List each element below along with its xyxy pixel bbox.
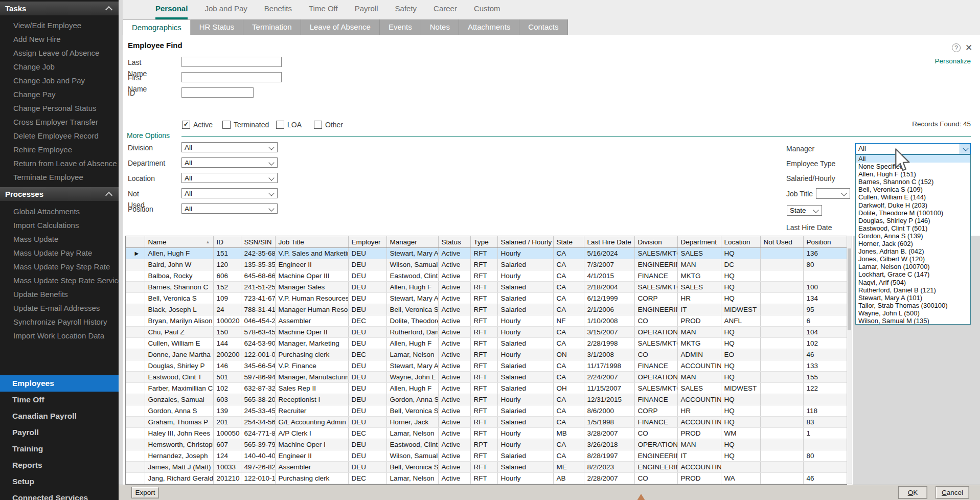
sidebar-item-view-edit-employee[interactable]: View/Edit Employee [0,18,119,32]
table-row[interactable]: Graham, Thomas P201254-34-5678G/L Accoun… [126,417,847,428]
sidebar-nav-employees[interactable]: Employees [0,375,119,392]
manager-option[interactable]: Jones, Gilbert W (120) [856,255,970,263]
checkbox-other[interactable]: Other [314,121,343,129]
sidebar-nav-reports[interactable]: Reports [0,457,119,473]
sidebar-item-change-personal-status[interactable]: Change Personal Status [0,101,119,115]
last-name-input[interactable] [181,57,282,67]
tab-custom[interactable]: Custom [474,0,500,19]
tasks-section-header[interactable]: Tasks [0,2,119,15]
table-row[interactable]: Chu, Paul Z150578-63-4539Machine Oper II… [126,327,847,338]
export-button[interactable]: Export [131,487,159,498]
subtab-attachments[interactable]: Attachments [459,19,519,35]
table-row[interactable]: Gordon, Anna S139245-33-4525RecruiterDEU… [126,405,847,417]
not-used-combo[interactable]: All [181,188,278,198]
help-icon[interactable]: ? [952,43,961,52]
manager-option[interactable]: Dolite, Theodore M (100100) [856,209,970,217]
sidebar-item-update-benefits[interactable]: Update Benefits [0,287,119,301]
subtab-contacts[interactable]: Contacts [519,19,567,35]
table-row[interactable]: Hemsworth, Christopher607565-39-7997Mach… [126,439,847,450]
subtab-demographics[interactable]: Demographics [123,19,191,35]
subtab-events[interactable]: Events [380,19,421,35]
manager-option[interactable]: All [856,155,970,163]
sidebar-nav-payroll[interactable]: Payroll [0,424,119,441]
sidebar-item-return-from-leave-of-absence[interactable]: Return from Leave of Absence [0,156,119,170]
manager-option[interactable]: Stewart, Mary A (101) [856,294,970,302]
subtab-leave-of-absence[interactable]: Leave of Absence [301,19,380,35]
manager-combo[interactable]: All [855,143,971,154]
ok-button[interactable]: OK [898,486,927,499]
table-row[interactable]: Gonzales, Samual603565-38-2008Receptioni… [126,394,847,405]
checkbox-loa[interactable]: LOA [276,121,302,129]
table-row[interactable]: Baird, John W120135-35-3535Engineer IIDE… [126,259,847,270]
tab-time-off[interactable]: Time Off [309,0,338,19]
position-combo[interactable]: All [181,203,278,214]
sidebar-item-change-job[interactable]: Change Job [0,60,119,74]
table-row[interactable]: Douglas, Shirley P146345-66-5436V.P. Fin… [126,360,847,372]
job-title-combo[interactable] [816,188,850,199]
manager-option[interactable]: Wayne, John L (500) [856,309,970,317]
subtab-notes[interactable]: Notes [421,19,459,35]
sidebar-nav-setup[interactable]: Setup [0,473,119,490]
sidebar-item-assign-leave-of-absence[interactable]: Assign Leave of Absence [0,46,119,60]
sidebar-item-global-attachments[interactable]: Global Attachments [0,204,119,218]
sidebar-item-import-work-location-data[interactable]: Import Work Location Data [0,329,119,343]
sidebar-item-rehire-employee[interactable]: Rehire Employee [0,143,119,156]
table-row[interactable]: Eastwood, Clint T501597-86-9489Manager, … [126,372,847,383]
sidebar-nav-connected-services[interactable]: Connected Services [0,490,119,500]
first-name-input[interactable] [181,72,282,82]
manager-option[interactable]: Tailor, Strab Thomas (300100) [856,302,970,309]
manager-option[interactable]: Eastwood, Clint T (501) [856,224,970,232]
table-scrollbar-thumb[interactable] [848,248,851,330]
table-scrollbar[interactable] [847,236,852,484]
manager-option[interactable]: Bell, Veronica S (109) [856,186,970,193]
division-combo[interactable]: All [181,142,278,152]
column-header-state[interactable]: State [553,236,584,248]
sidebar-item-cross-employer-transfer[interactable]: Cross Employer Transfer [0,115,119,129]
sidebar-item-mass-update-step-rate-service[interactable]: Mass Update Step Rate Service [0,274,119,287]
table-row[interactable]: ▶Allen, Hugh F151242-35-6868V.P. Sales a… [126,248,847,259]
row-selector-header[interactable] [126,236,145,248]
sidebar-item-mass-update[interactable]: Mass Update [0,232,119,246]
tab-career[interactable]: Career [434,0,457,19]
id-input[interactable] [181,87,254,98]
tab-payroll[interactable]: Payroll [355,0,378,19]
tab-benefits[interactable]: Benefits [264,0,292,19]
sidebar-item-mass-update-pay-rate[interactable]: Mass Update Pay Rate [0,246,119,260]
manager-option[interactable]: Rutherford, Daniel B (121) [856,286,970,294]
table-row[interactable]: Cullen, William E144624-53-9033Manager, … [126,338,847,349]
table-row[interactable]: Barnes, Shannon C152241-51-2521Manager S… [126,282,847,293]
manager-combo-arrow-button[interactable] [960,144,970,154]
table-row[interactable]: Haley III, John Rees100050624-771-895A/P… [126,428,847,439]
tab-personal[interactable]: Personal [155,0,188,19]
table-row[interactable]: Hernandez, Joseph124140-40-4040Engineer … [126,450,847,462]
manager-option[interactable]: Darkwolf, Duke H (203) [856,201,970,209]
table-row[interactable]: Donne, Jane Martha200200122-001-001Purch… [126,349,847,360]
table-row[interactable]: Bryan, Marilyn Alison100020046-454-286As… [126,315,847,327]
manager-option[interactable]: Jones, Adrian B. (042) [856,247,970,255]
location-combo[interactable]: All [181,173,278,183]
manager-option[interactable]: Horner, Jack (602) [856,240,970,247]
checkbox-active[interactable]: ✓Active [182,121,213,129]
manager-option[interactable]: Wilson, Samual M (135) [856,317,970,325]
manager-option[interactable]: Lockhart, Grace C (147) [856,270,970,278]
department-combo[interactable]: All [181,157,278,168]
sidebar-item-change-pay[interactable]: Change Pay [0,87,119,101]
subtab-hr-status[interactable]: HR Status [191,19,243,35]
manager-option[interactable]: Lamar, Nelson (100700) [856,263,970,270]
sidebar-nav-training[interactable]: Training [0,441,119,457]
column-header-manager[interactable]: Manager [386,236,438,248]
column-header-not-used[interactable]: Not Used [760,236,803,248]
table-row[interactable]: Black, Joseph L24788-31-4112Manager Huma… [126,304,847,315]
manager-option[interactable]: Naqvi, Arif (504) [856,279,970,286]
subtab-termination[interactable]: Termination [243,19,301,35]
state-combo[interactable]: State [787,205,822,216]
close-icon[interactable]: ✕ [965,42,972,53]
processes-section-header[interactable]: Processes [0,187,119,201]
sidebar-nav-canadian-payroll[interactable]: Canadian Payroll [0,408,119,424]
column-header-ssn-sin[interactable]: SSN/SIN [241,236,275,248]
manager-option[interactable]: Cullen, William E (144) [856,193,970,201]
column-header-id[interactable]: ID [213,236,241,248]
column-header-location[interactable]: Location [721,236,760,248]
column-header-last-hire-date[interactable]: Last Hire Date [584,236,634,248]
tab-job-and-pay[interactable]: Job and Pay [204,0,247,19]
